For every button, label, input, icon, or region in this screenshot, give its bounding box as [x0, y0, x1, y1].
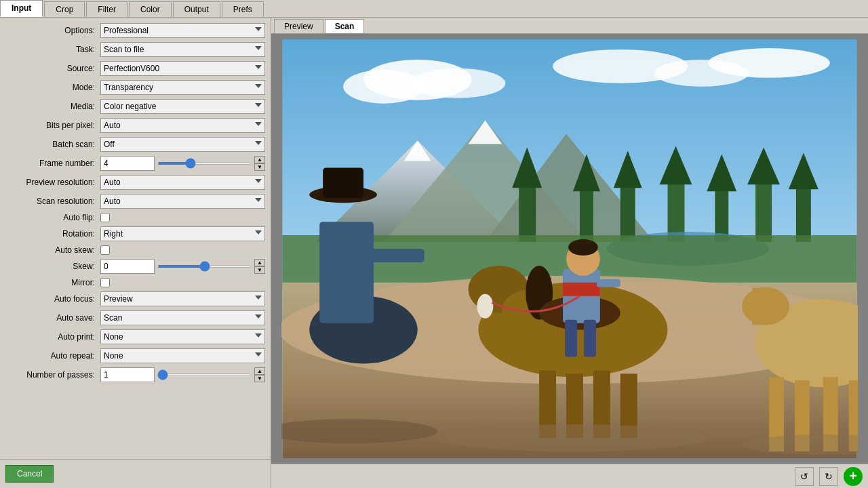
bits-control: Auto	[100, 118, 265, 133]
left-panel-footer: Cancel	[0, 459, 271, 488]
add-button[interactable]: +	[844, 467, 863, 486]
auto-flip-control	[100, 213, 265, 222]
batch-control: Off	[100, 137, 265, 152]
preview-res-label: Preview resolution:	[5, 178, 100, 187]
num-passes-spin-down[interactable]: ▼	[254, 375, 265, 382]
tab-crop[interactable]: Crop	[44, 1, 85, 17]
num-passes-slider-row: ▲ ▼	[100, 367, 265, 382]
mirror-row: Mirror:	[0, 278, 271, 287]
preview-tab-preview[interactable]: Preview	[274, 19, 323, 33]
frame-control: ▲ ▼	[100, 156, 265, 171]
svg-point-44	[568, 239, 598, 256]
preview-tab-bar: Preview Scan	[271, 18, 868, 34]
skew-row: Skew: ▲ ▼	[0, 259, 271, 274]
auto-print-select[interactable]: None	[100, 329, 265, 344]
scan-res-control: Auto	[100, 194, 265, 209]
frame-slider-container	[157, 156, 252, 171]
preview-res-select[interactable]: Auto	[100, 175, 265, 190]
source-select[interactable]: PerfectionV600	[100, 61, 265, 76]
tab-output[interactable]: Output	[173, 1, 220, 17]
skew-spin: ▲ ▼	[254, 259, 265, 274]
auto-skew-checkbox[interactable]	[100, 245, 110, 255]
batch-select[interactable]: Off	[100, 137, 265, 152]
svg-rect-51	[319, 222, 374, 323]
bits-label: Bits per pixel:	[5, 121, 100, 130]
frame-slider[interactable]	[157, 162, 252, 165]
scan-res-select[interactable]: Auto	[100, 194, 265, 209]
rotate-right-icon[interactable]: ↻	[819, 467, 838, 486]
num-passes-slider[interactable]	[157, 373, 252, 376]
mode-select[interactable]: Transparency	[100, 80, 265, 95]
auto-skew-row: Auto skew:	[0, 245, 271, 255]
auto-repeat-row: Auto repeat: None	[0, 348, 271, 363]
auto-flip-row: Auto flip:	[0, 213, 271, 222]
media-select[interactable]: Color negative	[100, 99, 265, 114]
num-passes-input[interactable]	[100, 367, 155, 382]
skew-control: ▲ ▼	[100, 259, 265, 274]
options-label: Options:	[5, 26, 100, 35]
preview-res-control: Auto	[100, 175, 265, 190]
skew-spin-down[interactable]: ▼	[254, 266, 265, 274]
svg-rect-50	[323, 167, 363, 198]
auto-repeat-select[interactable]: None	[100, 348, 265, 363]
frame-spin-down[interactable]: ▼	[254, 163, 265, 171]
svg-rect-59	[752, 288, 769, 325]
frame-row: Frame number: ▲ ▼	[0, 156, 271, 171]
auto-focus-select[interactable]: Preview	[100, 291, 265, 306]
rotate-left-icon[interactable]: ↺	[795, 467, 814, 486]
main-tab-bar: Input Crop Filter Color Output Prefs	[0, 0, 868, 18]
svg-rect-47	[584, 320, 596, 357]
tab-prefs[interactable]: Prefs	[222, 1, 264, 17]
tab-input[interactable]: Input	[0, 0, 43, 17]
rotation-control: Right	[100, 226, 265, 241]
svg-point-33	[477, 294, 493, 319]
tab-filter[interactable]: Filter	[86, 1, 127, 17]
svg-rect-24	[796, 181, 811, 242]
frame-slider-row: ▲ ▼	[100, 156, 265, 171]
main-container: Options: Professional Task: Scan to file	[0, 18, 868, 488]
cancel-button[interactable]: Cancel	[5, 465, 54, 483]
mode-label: Mode:	[5, 83, 100, 92]
skew-input[interactable]	[100, 259, 155, 274]
task-select[interactable]: Scan to file	[100, 42, 265, 57]
bits-select[interactable]: Auto	[100, 118, 265, 133]
frame-spin-up[interactable]: ▲	[254, 156, 265, 163]
auto-skew-control	[100, 245, 265, 255]
mirror-checkbox[interactable]	[100, 278, 110, 287]
num-passes-spin-up[interactable]: ▲	[254, 367, 265, 375]
num-passes-slider-container	[157, 367, 252, 382]
auto-print-row: Auto print: None	[0, 329, 271, 344]
frame-label: Frame number:	[5, 159, 100, 168]
rotation-select[interactable]: Right	[100, 226, 265, 241]
auto-flip-checkbox[interactable]	[100, 213, 110, 222]
svg-point-60	[438, 424, 709, 451]
image-area	[271, 34, 868, 464]
auto-focus-label: Auto focus:	[5, 294, 100, 304]
frame-input[interactable]	[100, 156, 155, 171]
svg-rect-42	[563, 283, 600, 296]
options-select[interactable]: Professional	[100, 23, 265, 38]
auto-save-control: Scan	[100, 310, 265, 325]
options-row: Options: Professional	[0, 23, 271, 38]
skew-slider[interactable]	[157, 265, 252, 268]
skew-slider-container	[157, 259, 252, 274]
batch-row: Batch scan: Off	[0, 137, 271, 152]
task-row: Task: Scan to file	[0, 42, 271, 57]
skew-spin-up[interactable]: ▲	[254, 259, 265, 266]
left-panel: Options: Professional Task: Scan to file	[0, 18, 271, 488]
auto-skew-label: Auto skew:	[5, 245, 100, 255]
preview-res-row: Preview resolution: Auto	[0, 175, 271, 190]
frame-spin: ▲ ▼	[254, 156, 265, 171]
auto-save-row: Auto save: Scan	[0, 310, 271, 325]
auto-save-select[interactable]: Scan	[100, 310, 265, 325]
media-control: Color negative	[100, 99, 265, 114]
preview-image	[281, 39, 858, 458]
scan-res-row: Scan resolution: Auto	[0, 194, 271, 209]
num-passes-row: Number of passes: ▲ ▼	[0, 367, 271, 382]
auto-repeat-control: None	[100, 348, 265, 363]
preview-tab-scan[interactable]: Scan	[325, 19, 365, 33]
auto-print-control: None	[100, 329, 265, 344]
tab-color[interactable]: Color	[129, 1, 172, 17]
rotation-label: Rotation:	[5, 229, 100, 239]
skew-label: Skew:	[5, 262, 100, 271]
